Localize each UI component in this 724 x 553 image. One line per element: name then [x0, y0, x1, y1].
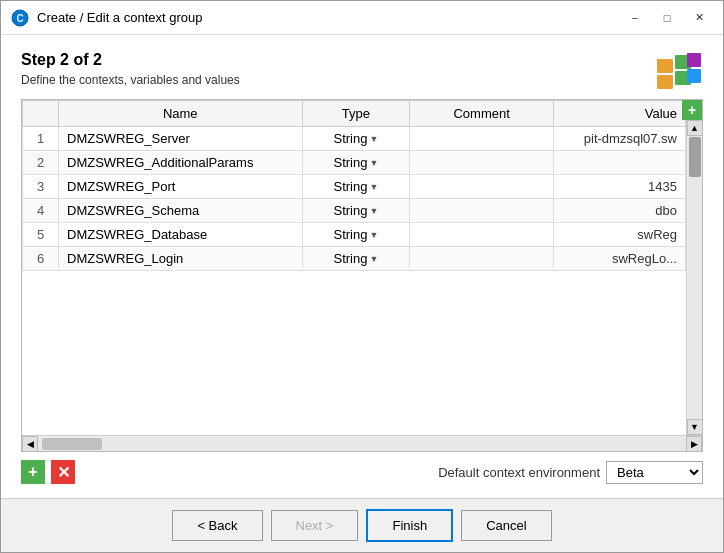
- scroll-right-button[interactable]: ▶: [686, 436, 702, 452]
- maximize-button[interactable]: □: [653, 8, 681, 28]
- window: C Create / Edit a context group − □ ✕ St…: [0, 0, 724, 553]
- table-row[interactable]: 3 DMZSWREG_Port String ▼ 1435: [23, 175, 686, 199]
- type-dropdown-arrow[interactable]: ▼: [369, 182, 378, 192]
- cell-comment[interactable]: [410, 247, 554, 271]
- cell-name[interactable]: DMZSWREG_Database: [59, 223, 303, 247]
- col-header-value: Value: [554, 101, 686, 127]
- data-table: Name Type Comment Value 1 DMZSWREG_Serve…: [22, 100, 686, 271]
- svg-rect-2: [657, 59, 673, 73]
- close-button[interactable]: ✕: [685, 8, 713, 28]
- horizontal-scrollbar[interactable]: ◀ ▶: [22, 435, 702, 451]
- hscroll-track: [38, 437, 686, 451]
- table-scroll[interactable]: Name Type Comment Value 1 DMZSWREG_Serve…: [22, 100, 702, 435]
- window-controls: − □ ✕: [621, 8, 713, 28]
- scroll-thumb[interactable]: [689, 137, 701, 177]
- cell-num: 6: [23, 247, 59, 271]
- type-value: String: [333, 179, 367, 194]
- cell-type[interactable]: String ▼: [302, 223, 410, 247]
- svg-rect-6: [687, 53, 701, 67]
- scroll-track: [688, 136, 702, 419]
- type-dropdown-arrow[interactable]: ▼: [369, 254, 378, 264]
- cell-num: 2: [23, 151, 59, 175]
- svg-text:C: C: [16, 13, 23, 24]
- cell-num: 1: [23, 127, 59, 151]
- env-label: Default context environment: [438, 465, 600, 480]
- scroll-down-button[interactable]: ▼: [687, 419, 703, 435]
- col-header-num: [23, 101, 59, 127]
- delete-row-button[interactable]: ✕: [51, 460, 75, 484]
- table-row[interactable]: 4 DMZSWREG_Schema String ▼ dbo: [23, 199, 686, 223]
- svg-rect-7: [687, 69, 701, 83]
- cell-name[interactable]: DMZSWREG_Port: [59, 175, 303, 199]
- cell-comment[interactable]: [410, 127, 554, 151]
- cell-name[interactable]: DMZSWREG_Server: [59, 127, 303, 151]
- scroll-up-button[interactable]: ▲: [687, 120, 703, 136]
- table-row[interactable]: 6 DMZSWREG_Login String ▼ swRegLo...: [23, 247, 686, 271]
- col-header-name: Name: [59, 101, 303, 127]
- cell-comment[interactable]: [410, 151, 554, 175]
- app-icon: C: [11, 9, 29, 27]
- svg-rect-3: [657, 75, 673, 89]
- main-content: Step 2 of 2 Define the contexts, variabl…: [1, 35, 723, 498]
- back-button[interactable]: < Back: [172, 510, 262, 541]
- add-row-button[interactable]: +: [21, 460, 45, 484]
- type-value: String: [333, 251, 367, 266]
- env-select[interactable]: Beta Alpha Gamma Production: [606, 461, 703, 484]
- finish-button[interactable]: Finish: [366, 509, 453, 542]
- cell-type[interactable]: String ▼: [302, 127, 410, 151]
- title-bar: C Create / Edit a context group − □ ✕: [1, 1, 723, 35]
- add-column-button[interactable]: +: [682, 100, 702, 120]
- type-value: String: [333, 155, 367, 170]
- type-dropdown-arrow[interactable]: ▼: [369, 134, 378, 144]
- cell-value[interactable]: 1435: [554, 175, 686, 199]
- cancel-button[interactable]: Cancel: [461, 510, 551, 541]
- type-value: String: [333, 203, 367, 218]
- cell-num: 4: [23, 199, 59, 223]
- cell-value[interactable]: dbo: [554, 199, 686, 223]
- cell-value[interactable]: pit-dmzsql07.sw: [554, 127, 686, 151]
- cell-name[interactable]: DMZSWREG_AdditionalParams: [59, 151, 303, 175]
- header-icon: [655, 51, 703, 91]
- cell-comment[interactable]: [410, 199, 554, 223]
- cell-comment[interactable]: [410, 175, 554, 199]
- footer: < Back Next > Finish Cancel: [1, 498, 723, 552]
- cell-value[interactable]: swReg: [554, 223, 686, 247]
- minimize-button[interactable]: −: [621, 8, 649, 28]
- cell-name[interactable]: DMZSWREG_Schema: [59, 199, 303, 223]
- cell-value[interactable]: swRegLo...: [554, 247, 686, 271]
- col-header-type: Type: [302, 101, 410, 127]
- cell-type[interactable]: String ▼: [302, 175, 410, 199]
- cell-type[interactable]: String ▼: [302, 151, 410, 175]
- cell-value[interactable]: [554, 151, 686, 175]
- vertical-scrollbar[interactable]: ▲ ▼: [686, 120, 702, 435]
- col-header-comment: Comment: [410, 101, 554, 127]
- hscroll-thumb[interactable]: [42, 438, 102, 450]
- cell-num: 5: [23, 223, 59, 247]
- table-row[interactable]: 1 DMZSWREG_Server String ▼ pit-dmzsql07.…: [23, 127, 686, 151]
- cell-name[interactable]: DMZSWREG_Login: [59, 247, 303, 271]
- scroll-left-button[interactable]: ◀: [22, 436, 38, 452]
- type-dropdown-arrow[interactable]: ▼: [369, 206, 378, 216]
- cell-type[interactable]: String ▼: [302, 247, 410, 271]
- next-button[interactable]: Next >: [271, 510, 359, 541]
- cell-comment[interactable]: [410, 223, 554, 247]
- step-description: Define the contexts, variables and value…: [21, 73, 240, 87]
- table-row[interactable]: 5 DMZSWREG_Database String ▼ swReg: [23, 223, 686, 247]
- type-dropdown-arrow[interactable]: ▼: [369, 158, 378, 168]
- step-title: Step 2 of 2: [21, 51, 240, 69]
- type-value: String: [333, 131, 367, 146]
- window-title: Create / Edit a context group: [37, 10, 613, 25]
- data-table-container: + Name Type Comment Value 1 DMZ: [21, 99, 703, 452]
- cell-type[interactable]: String ▼: [302, 199, 410, 223]
- cell-num: 3: [23, 175, 59, 199]
- type-dropdown-arrow[interactable]: ▼: [369, 230, 378, 240]
- table-row[interactable]: 2 DMZSWREG_AdditionalParams String ▼: [23, 151, 686, 175]
- bottom-controls: + ✕ Default context environment Beta Alp…: [21, 452, 703, 488]
- type-value: String: [333, 227, 367, 242]
